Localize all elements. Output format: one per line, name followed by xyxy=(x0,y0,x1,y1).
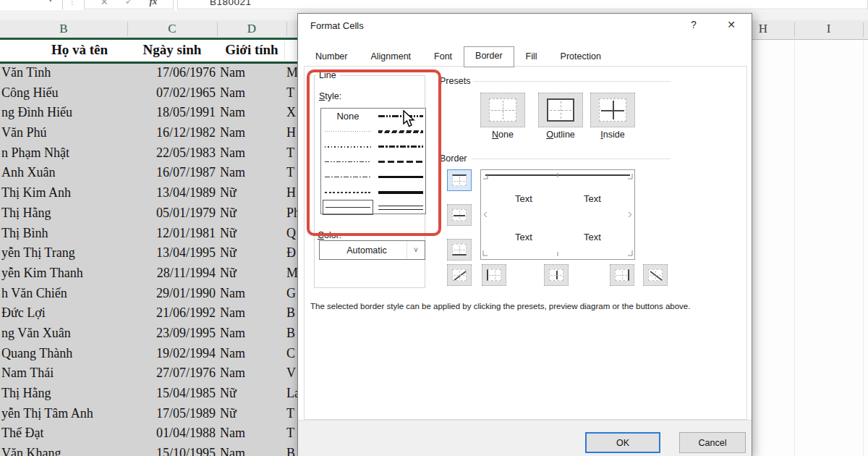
cell-gender[interactable]: Nam xyxy=(220,426,245,441)
cell-extra[interactable]: B xyxy=(286,446,297,456)
cell-gender[interactable]: Nam xyxy=(220,305,245,321)
cell-extra[interactable]: T xyxy=(286,406,297,421)
cell-dob[interactable]: 16/07/1987 xyxy=(122,165,216,180)
border-top-button[interactable] xyxy=(447,169,472,191)
cell-extra[interactable]: M xyxy=(286,266,297,281)
cell-extra[interactable]: La xyxy=(286,386,297,401)
cell-extra[interactable]: T xyxy=(286,145,297,161)
cell-name[interactable]: Văn Tình xyxy=(1,65,51,80)
column-header-c[interactable]: C xyxy=(127,22,217,36)
cell-name[interactable]: Đức Lợi xyxy=(1,305,46,321)
cell-extra[interactable]: V xyxy=(286,366,297,381)
table-row[interactable]: Anh Xuân16/07/1987NamT xyxy=(0,164,297,184)
cell-gender[interactable]: Nam xyxy=(220,105,245,120)
table-row[interactable]: Văn Phú16/12/1982NamH xyxy=(0,124,297,144)
cell-gender[interactable]: Nam xyxy=(220,165,245,180)
cell-gender[interactable]: Nam xyxy=(220,326,245,341)
table-row[interactable]: h Văn Chiến29/01/1990NamG xyxy=(0,284,297,305)
cell-name[interactable]: Thị Kim Anh xyxy=(1,185,71,200)
cell-name[interactable]: Văn Phú xyxy=(1,125,47,140)
cell-dob[interactable]: 19/02/1994 xyxy=(122,346,216,361)
table-row[interactable]: ng Đình Hiếu18/05/1991NamX xyxy=(0,104,297,124)
cell-extra[interactable]: B xyxy=(286,326,297,341)
table-row[interactable]: Thị Hằng15/04/1985NữLa xyxy=(0,384,297,405)
cell-gender[interactable]: Nam xyxy=(220,85,245,101)
column-header-d[interactable]: D xyxy=(217,22,286,36)
cell-gender[interactable]: Nữ xyxy=(220,206,237,221)
table-row[interactable]: Thị Hằng05/01/1979NữPh xyxy=(0,204,297,224)
cell-extra[interactable]: Ph xyxy=(286,206,297,221)
table-row[interactable]: Nam Thái27/07/1976NamV xyxy=(0,364,297,384)
help-icon[interactable]: ? xyxy=(689,19,699,30)
cell-extra[interactable]: X xyxy=(286,105,297,120)
cell-extra[interactable]: Q xyxy=(286,226,297,241)
table-header-row[interactable]: Họ và tên Ngày sinh Giới tính xyxy=(0,40,297,64)
cell-dob[interactable]: 17/06/1976 xyxy=(122,65,216,80)
column-header-h[interactable]: H xyxy=(752,22,774,36)
tab-fill[interactable]: Fill xyxy=(514,47,549,67)
cell-name[interactable]: n Phạm Nhật xyxy=(1,145,69,161)
name-box[interactable]: ▾ xyxy=(0,0,63,9)
cell-name[interactable]: ng Văn Xuân xyxy=(1,326,71,341)
border-diagonal-up-button[interactable] xyxy=(447,264,472,286)
formula-input[interactable]: B180021 xyxy=(177,0,868,9)
cell-extra[interactable]: H xyxy=(286,185,297,200)
cell-gender[interactable]: Nữ xyxy=(220,226,237,241)
tab-font[interactable]: Font xyxy=(422,47,464,67)
cell-dob[interactable]: 15/10/1995 xyxy=(122,446,216,456)
cell-extra[interactable]: T xyxy=(286,426,297,441)
border-preview[interactable]: Text Text Text Text xyxy=(480,169,635,260)
table-row[interactable]: yễn Thị Trang13/04/1995NữĐ xyxy=(0,244,297,264)
cell-dob[interactable]: 18/05/1991 xyxy=(122,105,216,120)
cell-name[interactable]: Thế Đạt xyxy=(1,426,43,441)
cell-dob[interactable]: 15/04/1985 xyxy=(122,386,216,401)
table-row[interactable]: Đức Lợi21/06/1992NamB xyxy=(0,304,297,324)
cell-extra[interactable]: T xyxy=(286,85,297,101)
cell-dob[interactable]: 07/02/1965 xyxy=(122,85,216,101)
cancel-icon[interactable]: ✕ xyxy=(101,0,109,7)
column-header-b[interactable]: B xyxy=(0,22,127,36)
border-right-button[interactable] xyxy=(610,264,634,286)
cell-dob[interactable]: 21/06/1992 xyxy=(122,305,216,321)
tab-number[interactable]: Number xyxy=(304,47,359,67)
cell-gender[interactable]: Nữ xyxy=(220,185,237,200)
cell-gender[interactable]: Nữ xyxy=(220,406,237,421)
border-bottom-button[interactable] xyxy=(447,239,472,261)
cell-gender[interactable]: Nam xyxy=(220,125,245,140)
cell-name[interactable]: yễn Thị Trang xyxy=(1,245,75,261)
color-dropdown[interactable]: Automatic ˅ xyxy=(319,240,425,260)
cell-extra[interactable]: B xyxy=(286,305,297,321)
cell-dob[interactable]: 23/09/1995 xyxy=(122,326,216,341)
sheet-cells-right[interactable] xyxy=(752,40,868,456)
cell-extra[interactable]: C xyxy=(286,346,297,361)
tab-protection[interactable]: Protection xyxy=(549,47,613,67)
insert-function-icon[interactable]: fx xyxy=(149,0,157,7)
cell-name[interactable]: Thị Hằng xyxy=(1,386,51,401)
cell-extra[interactable]: Đ xyxy=(286,245,297,261)
tab-alignment[interactable]: Alignment xyxy=(359,47,422,67)
ok-button[interactable]: OK xyxy=(585,432,660,453)
cell-extra[interactable]: G xyxy=(286,286,297,301)
cell-dob[interactable]: 28/11/1994 xyxy=(122,266,216,281)
cell-gender[interactable]: Nữ xyxy=(220,266,237,281)
cell-gender[interactable]: Nữ xyxy=(220,386,237,401)
table-row[interactable]: Công Hiếu07/02/1965NamT xyxy=(0,84,297,104)
cell-dob[interactable]: 05/01/1979 xyxy=(122,206,216,221)
enter-icon[interactable]: ✓ xyxy=(125,0,132,7)
table-row[interactable]: Quang Thành19/02/1994NamC xyxy=(0,345,297,365)
cell-name[interactable]: Công Hiếu xyxy=(1,85,59,101)
table-row[interactable]: yễn Kim Thanh28/11/1994NữM xyxy=(0,264,297,284)
cell-dob[interactable]: 27/07/1976 xyxy=(122,366,216,381)
border-left-button[interactable] xyxy=(482,264,506,286)
cell-dob[interactable]: 29/01/1990 xyxy=(122,286,216,301)
cell-name[interactable]: Anh Xuân xyxy=(1,165,56,180)
tab-border[interactable]: Border xyxy=(464,46,514,67)
preset-outline-button[interactable] xyxy=(538,93,583,127)
cell-name[interactable]: Thị Hằng xyxy=(1,206,51,221)
cell-name[interactable]: Quang Thành xyxy=(1,346,72,361)
cell-extra[interactable]: H xyxy=(286,125,297,140)
cell-dob[interactable]: 17/05/1989 xyxy=(122,406,216,421)
cell-dob[interactable]: 13/04/1989 xyxy=(122,185,216,200)
cell-dob[interactable]: 22/05/1983 xyxy=(122,145,216,161)
preset-none-button[interactable] xyxy=(480,93,525,127)
